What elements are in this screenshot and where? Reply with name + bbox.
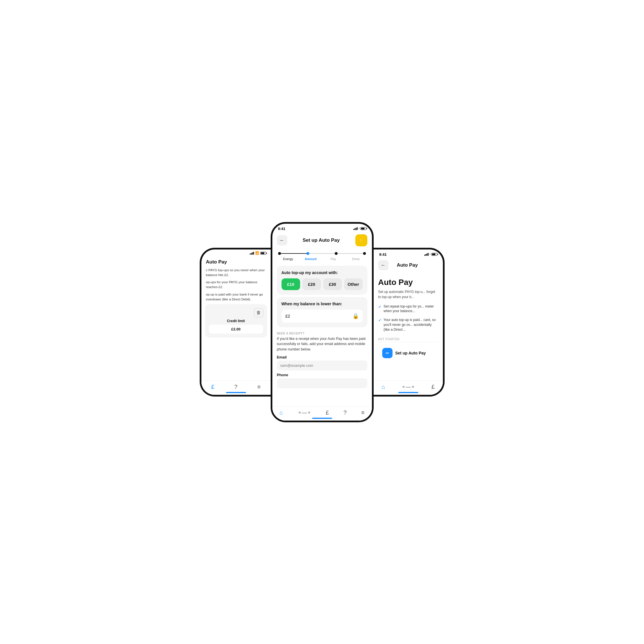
wifi-icon-right: ᵎ︎ bbox=[430, 253, 430, 256]
step-line-2 bbox=[309, 253, 335, 254]
email-input[interactable] bbox=[277, 360, 367, 370]
amount-10[interactable]: £10 bbox=[282, 278, 300, 290]
trash-icon[interactable]: 🗑 bbox=[254, 308, 263, 317]
nav-activity-center[interactable]: ⚬—⚬ bbox=[298, 409, 311, 416]
bottom-nav-center: ⌂ ⚬—⚬ £ ? ≡ bbox=[272, 406, 372, 421]
step-dot-amount bbox=[306, 252, 309, 255]
amount-20[interactable]: £20 bbox=[302, 278, 321, 290]
nav-header-center: ← Set up Auto Pay ⚡ bbox=[272, 232, 372, 249]
status-bar-right: 9:41 ᵎ︎ bbox=[374, 249, 443, 258]
cta-text: Set up Auto Pay bbox=[395, 351, 426, 355]
step-dot-done bbox=[363, 252, 366, 255]
email-label: Email bbox=[277, 355, 367, 359]
balance-value: £2 bbox=[286, 314, 290, 318]
left-content: Auto Pay c PAYG top-ups so you never whe… bbox=[201, 255, 271, 343]
nav-help-center[interactable]: ? bbox=[344, 409, 347, 416]
step-label-pay: Pay bbox=[322, 257, 345, 261]
battery-icon-left bbox=[260, 252, 266, 255]
divider-right bbox=[378, 342, 438, 342]
infinity-icon: ∞ bbox=[382, 348, 393, 358]
nav-pound-center[interactable]: £ bbox=[326, 409, 329, 416]
time-center: 9:41 bbox=[278, 227, 286, 231]
lightning-button[interactable]: ⚡ bbox=[355, 234, 367, 246]
signal-icon-left bbox=[250, 252, 254, 255]
lightning-icon: ⚡ bbox=[358, 237, 365, 244]
left-phone-title: Auto Pay bbox=[201, 258, 271, 268]
nav-title-center: Set up Auto Pay bbox=[303, 237, 340, 243]
check-text-1: Set repeat top-ups for yo... meter when … bbox=[384, 304, 438, 314]
nav-help-left[interactable]: ? bbox=[234, 384, 237, 390]
amount-30[interactable]: £30 bbox=[323, 278, 342, 290]
wifi-icon-left: 📶 bbox=[255, 251, 259, 255]
wifi-icon-center: ᵎ︎ bbox=[359, 227, 359, 231]
status-icons-right: ᵎ︎ bbox=[424, 253, 437, 256]
home-indicator-right bbox=[398, 392, 418, 393]
get-started-label: GET STARTED bbox=[374, 335, 443, 342]
signal-icon-center bbox=[353, 227, 358, 230]
step-dot-energy bbox=[278, 252, 281, 255]
nav-menu-left[interactable]: ≡ bbox=[257, 384, 261, 390]
bottom-nav-right: ⌂ ⚬—⚬ £ bbox=[374, 381, 443, 395]
nav-title-right: Auto Pay bbox=[397, 262, 418, 268]
center-scroll: Auto top-up my account with: £10 £20 £30… bbox=[272, 263, 372, 422]
receipt-text: If you'd like a receipt when your Auto P… bbox=[277, 336, 367, 352]
step-label-energy: Energy bbox=[277, 257, 300, 261]
step-line-1 bbox=[281, 253, 306, 254]
check-text-2: Your auto top-up is paid... card, so you… bbox=[384, 318, 438, 332]
autopay-title: Auto Pay bbox=[374, 275, 443, 289]
credit-limit-card: 🗑 Credit limit £2.00 bbox=[205, 304, 267, 338]
battery-icon-center bbox=[360, 227, 366, 230]
left-text-2: op-ups for your PAYG your balance reache… bbox=[201, 280, 271, 290]
check-item-1: ✓ Set repeat top-ups for yo... meter whe… bbox=[374, 303, 443, 315]
autopay-subtitle: Set up automatic PAYG top-u... forget to… bbox=[374, 289, 443, 300]
nav-menu-center[interactable]: ≡ bbox=[361, 409, 364, 416]
left-text-1: c PAYG top-ups so you never when your ba… bbox=[201, 268, 271, 278]
credit-limit-label: Credit limit bbox=[209, 319, 263, 323]
nav-pound-left[interactable]: £ bbox=[211, 384, 214, 390]
phone-center: 9:41 ᵎ︎ ← Set up Auto Pay ⚡ bbox=[271, 222, 374, 422]
check-icon-1: ✓ bbox=[378, 304, 381, 310]
lock-icon: 🔒 bbox=[352, 313, 359, 319]
receipt-section: NEED A RECEIPT? If you'd like a receipt … bbox=[272, 330, 372, 389]
amount-card: Auto top-up my account with: £10 £20 £30… bbox=[277, 266, 367, 295]
check-item-2: ✓ Your auto top-up is paid... card, so y… bbox=[374, 316, 443, 333]
amount-options: £10 £20 £30 Other bbox=[282, 278, 363, 290]
back-button-center[interactable]: ← bbox=[277, 235, 287, 245]
balance-card-title: When my balance is lower than: bbox=[282, 302, 363, 306]
nav-activity-right[interactable]: ⚬—⚬ bbox=[401, 384, 415, 390]
right-content: Auto Pay Set up automatic PAYG top-u... … bbox=[374, 273, 443, 364]
stepper-labels: Energy Amount Pay Done bbox=[272, 257, 372, 263]
nav-header-right: ← Auto Pay bbox=[374, 258, 443, 273]
step-dot-pay bbox=[335, 252, 338, 255]
receipt-label: NEED A RECEIPT? bbox=[277, 332, 367, 335]
phone-input[interactable] bbox=[277, 378, 367, 388]
time-right: 9:41 bbox=[379, 252, 387, 257]
setup-autopay-button[interactable]: ∞ Set up Auto Pay bbox=[378, 345, 438, 361]
nav-pound-right[interactable]: £ bbox=[431, 384, 435, 390]
back-button-right[interactable]: ← bbox=[378, 260, 389, 270]
status-bar-center: 9:41 ᵎ︎ bbox=[272, 224, 372, 232]
amount-other[interactable]: Other bbox=[344, 278, 363, 290]
status-icons-left: 📶 bbox=[250, 251, 266, 255]
scene: 📶 Auto Pay c PAYG top-ups so you never w… bbox=[171, 211, 474, 434]
credit-limit-value: £2.00 bbox=[209, 325, 263, 334]
battery-icon-right bbox=[431, 253, 437, 256]
step-label-amount: Amount bbox=[300, 257, 322, 261]
nav-home-right[interactable]: ⌂ bbox=[382, 384, 385, 390]
balance-card: When my balance is lower than: £2 🔒 bbox=[277, 297, 367, 327]
signal-icon-right bbox=[424, 253, 429, 256]
phone-left: 📶 Auto Pay c PAYG top-ups so you never w… bbox=[200, 248, 271, 397]
left-text-3: op-up is paid with your bank ll never go… bbox=[201, 292, 271, 302]
amount-card-title: Auto top-up my account with: bbox=[282, 270, 363, 275]
status-icons-center: ᵎ︎ bbox=[353, 227, 366, 231]
check-icon-2: ✓ bbox=[378, 318, 381, 323]
phone-label: Phone bbox=[277, 373, 367, 377]
home-indicator-left bbox=[226, 392, 246, 393]
stepper bbox=[272, 249, 372, 257]
step-line-3 bbox=[338, 253, 363, 254]
nav-home-center[interactable]: ⌂ bbox=[280, 409, 283, 416]
home-indicator-center bbox=[312, 418, 332, 419]
step-label-done: Done bbox=[345, 257, 367, 261]
phone-right: 9:41 ᵎ︎ ← Auto Pay Auto Pay S bbox=[374, 248, 445, 397]
balance-field: £2 🔒 bbox=[282, 310, 363, 323]
